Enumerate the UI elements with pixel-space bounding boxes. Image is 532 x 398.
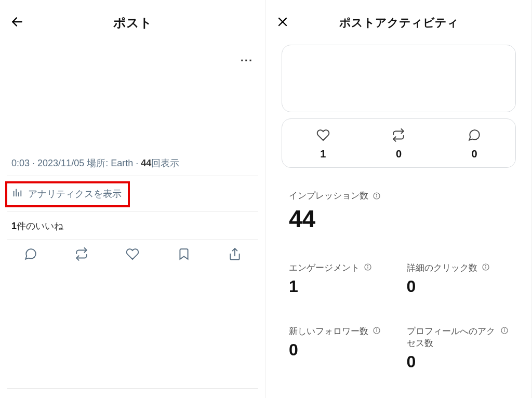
- stat-likes-value: 1: [320, 148, 326, 160]
- svg-point-19: [376, 329, 377, 329]
- metric-impressions-value: 44: [289, 205, 509, 233]
- info-icon[interactable]: [364, 263, 372, 271]
- metric-engagement-value: 1: [289, 277, 391, 296]
- page-title-right: ポストアクティビティ: [266, 15, 531, 31]
- metric-impressions: インプレッション数 44: [289, 190, 509, 233]
- metric-new-followers-value: 0: [289, 340, 391, 360]
- reply-icon: [468, 128, 481, 144]
- metric-engagement-label: エンゲージメント: [289, 262, 360, 274]
- share-button[interactable]: [228, 247, 242, 263]
- metric-impressions-label-row: インプレッション数: [289, 190, 509, 202]
- metric-detail-clicks-value: 0: [407, 277, 509, 296]
- right-panel: ポストアクティビティ 1 0 0 インプレッション数: [266, 0, 532, 398]
- more-button[interactable]: ···: [241, 54, 253, 68]
- like-button[interactable]: [126, 247, 139, 263]
- info-icon[interactable]: [373, 192, 381, 200]
- post-meta: 0:03 · 2023/11/05 場所: Earth · 44回表示: [0, 156, 265, 176]
- divider-bottom: [7, 388, 258, 389]
- retweet-icon: [392, 128, 405, 144]
- likes-row[interactable]: 1件のいいね: [0, 211, 265, 240]
- page-title-left: ポスト: [0, 15, 265, 31]
- likes-label: 件のいいね: [17, 221, 63, 231]
- reply-button[interactable]: [24, 247, 37, 263]
- svg-point-16: [485, 266, 486, 266]
- metric-impressions-label: インプレッション数: [289, 190, 368, 202]
- info-icon[interactable]: [500, 326, 509, 335]
- left-panel: ポスト ··· 0:03 · 2023/11/05 場所: Earth · 44…: [0, 0, 266, 398]
- meta-place-prefix: 場所:: [84, 158, 111, 168]
- retweet-button[interactable]: [75, 247, 88, 263]
- svg-point-13: [367, 266, 368, 266]
- metric-new-followers: 新しいフォロワー数 0: [289, 325, 391, 372]
- stat-likes[interactable]: 1: [316, 128, 330, 160]
- likes-count: 1: [11, 221, 17, 231]
- meta-time: 0:03: [11, 158, 30, 168]
- more-row: ···: [0, 38, 265, 68]
- meta-date: 2023/11/05: [37, 158, 84, 168]
- metric-detail-clicks: 詳細のクリック数 0: [407, 262, 509, 296]
- info-icon[interactable]: [482, 263, 490, 271]
- stat-retweets[interactable]: 0: [392, 128, 405, 160]
- header-right: ポストアクティビティ: [266, 0, 531, 38]
- meta-sep1: ·: [30, 158, 37, 168]
- analytics-label: アナリティクスを表示: [28, 188, 122, 200]
- stats-summary-card: 1 0 0: [282, 118, 516, 168]
- post-content-area: [0, 68, 265, 156]
- view-analytics-button[interactable]: アナリティクスを表示: [7, 181, 258, 206]
- stat-retweets-value: 0: [396, 148, 402, 160]
- metric-detail-clicks-label: 詳細のクリック数: [407, 262, 477, 274]
- stat-replies-value: 0: [472, 148, 477, 160]
- meta-sep2: ·: [133, 158, 141, 168]
- metrics-area: インプレッション数 44 エンゲージメント 1 詳細のクリック数: [266, 174, 531, 372]
- info-icon[interactable]: [373, 326, 381, 335]
- metric-engagement: エンゲージメント 1: [289, 262, 391, 296]
- metric-new-followers-label: 新しいフォロワー数: [289, 325, 368, 337]
- stat-replies[interactable]: 0: [468, 128, 481, 160]
- metric-profile-visits-label: プロフィールへのアクセス数: [407, 325, 497, 349]
- action-bar: [0, 240, 265, 270]
- metric-profile-visits: プロフィールへのアクセス数 0: [407, 325, 509, 372]
- divider: [7, 176, 258, 176]
- post-preview-card: [282, 45, 516, 112]
- heart-icon: [316, 128, 330, 144]
- svg-point-10: [376, 194, 377, 194]
- bookmark-button[interactable]: [177, 247, 191, 263]
- meta-views-number: 44: [141, 158, 151, 168]
- analytics-icon: [11, 187, 23, 201]
- meta-place: Earth: [111, 158, 133, 168]
- header-left: ポスト: [0, 0, 265, 38]
- metric-profile-visits-value: 0: [407, 352, 509, 372]
- meta-views-label: 回表示: [151, 158, 179, 168]
- svg-point-22: [504, 329, 504, 329]
